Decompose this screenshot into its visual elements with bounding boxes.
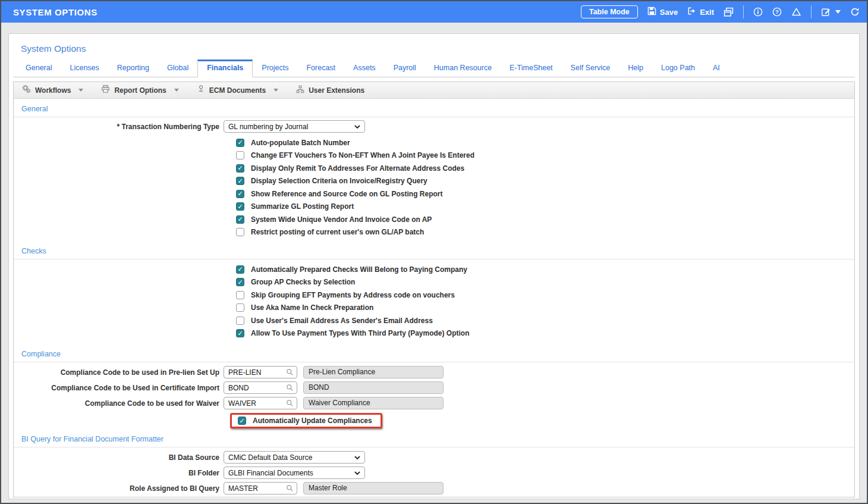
checkbox[interactable]: ✓ bbox=[236, 291, 244, 299]
checkbox[interactable]: ✓ bbox=[236, 215, 244, 224]
tab[interactable]: Human Resource bbox=[425, 60, 501, 77]
checkbox[interactable]: ✓ bbox=[236, 303, 244, 312]
checkbox-label: Restrict posting of current user's own G… bbox=[251, 228, 424, 236]
workflows-menu[interactable]: Workflows bbox=[22, 84, 83, 96]
checkbox[interactable]: ✓ bbox=[236, 329, 244, 337]
waiver-code-label: Compliance Code to be used for Waiver bbox=[14, 399, 224, 408]
chevron-down-icon[interactable] bbox=[835, 10, 841, 14]
transaction-numbering-select[interactable]: GL numbering by Journal bbox=[224, 120, 365, 133]
info-icon[interactable] bbox=[753, 7, 763, 17]
checkbox[interactable]: ✓ bbox=[236, 278, 244, 286]
auto-update-compliances-row: ✓ Automatically Update Compliances bbox=[230, 413, 854, 428]
checkbox-row: ✓ Skip Grouping EFT Payments by Address … bbox=[236, 289, 854, 302]
exit-button[interactable]: Exit bbox=[687, 7, 714, 17]
certificate-code-row: Compliance Code to be Used in Certificat… bbox=[14, 381, 854, 394]
tab[interactable]: Reporting bbox=[108, 60, 158, 77]
checkbox-row: ✓ Display Only Remit To Addresses For Al… bbox=[236, 162, 854, 175]
checkbox[interactable]: ✓ bbox=[236, 164, 244, 173]
certificate-code-description: BOND bbox=[303, 381, 444, 394]
chevron-down-icon bbox=[273, 89, 278, 92]
tab[interactable]: Payroll bbox=[385, 60, 425, 77]
checkbox-row: ✓ Change EFT Vouchers To Non-EFT When A … bbox=[236, 149, 854, 162]
tab[interactable]: Logo Path bbox=[652, 60, 704, 77]
checkbox-label: Summarize GL Posting Report bbox=[251, 202, 354, 211]
tab[interactable]: Assets bbox=[344, 60, 385, 77]
tab-label: Licenses bbox=[70, 64, 99, 72]
bi-folder-row: BI Folder GLBI Financial Documents bbox=[14, 467, 854, 479]
check-icon: ✓ bbox=[237, 266, 243, 273]
exit-icon bbox=[687, 7, 696, 17]
ecm-documents-label: ECM Documents bbox=[209, 86, 266, 95]
checkbox[interactable]: ✓ bbox=[236, 151, 244, 159]
tab[interactable]: Projects bbox=[253, 60, 297, 77]
checkbox[interactable]: ✓ bbox=[236, 228, 244, 236]
highlight-box: ✓ Automatically Update Compliances bbox=[230, 413, 382, 428]
waiver-code-input[interactable] bbox=[224, 397, 297, 409]
record-toolbar: Workflows Report Options ECM Documents bbox=[14, 82, 854, 99]
auto-update-compliances-checkbox[interactable]: ✓ bbox=[238, 417, 246, 425]
tab[interactable]: Global bbox=[158, 60, 197, 77]
checkbox[interactable]: ✓ bbox=[236, 317, 244, 325]
user-extensions-menu[interactable]: User Extensions bbox=[296, 85, 364, 96]
certificate-code-lookup bbox=[224, 381, 297, 394]
checkbox-label: Auto-populate Batch Number bbox=[251, 139, 350, 147]
bi-role-row: Role Assigned to BI Query Master Role bbox=[14, 482, 854, 494]
ecm-documents-menu[interactable]: ECM Documents bbox=[197, 84, 278, 96]
tab-bar: General Licenses Reporting Global Financ… bbox=[13, 61, 855, 77]
save-icon bbox=[647, 7, 656, 17]
edit-icon[interactable] bbox=[821, 7, 831, 17]
checkbox-row: ✓ Automatically Prepared Checks Will Bel… bbox=[236, 263, 854, 276]
tab[interactable]: Licenses bbox=[61, 60, 108, 77]
tab[interactable]: AI bbox=[704, 60, 729, 77]
tab[interactable]: Financials bbox=[197, 60, 253, 77]
section-checks: Checks ✓ Automatically Prepared Checks W… bbox=[14, 247, 854, 340]
tab[interactable]: Self Service bbox=[562, 60, 619, 77]
exit-label: Exit bbox=[700, 8, 714, 17]
checkbox-row: ✓ Restrict posting of current user's own… bbox=[236, 226, 854, 239]
certificate-code-input[interactable] bbox=[224, 381, 297, 394]
svg-text:?: ? bbox=[775, 8, 779, 15]
bi-folder-value: GLBI Financial Documents bbox=[228, 469, 313, 477]
bi-role-lookup bbox=[224, 482, 297, 494]
checkbox-label: Automatically Prepared Checks Will Belon… bbox=[251, 265, 467, 274]
ecm-pin-icon bbox=[197, 84, 205, 96]
user-extensions-label: User Extensions bbox=[309, 86, 364, 95]
titlebar-divider bbox=[743, 5, 744, 18]
bi-role-description: Master Role bbox=[303, 482, 444, 494]
page-title: System Options bbox=[21, 43, 855, 54]
general-checkbox-group: ✓ Auto-populate Batch Number ✓ Change EF… bbox=[14, 136, 854, 239]
table-mode-button[interactable]: Table Mode bbox=[581, 5, 638, 18]
help-icon[interactable]: ? bbox=[772, 7, 782, 17]
check-icon: ✓ bbox=[237, 139, 243, 146]
checkbox-label: Use User's Email Address As Sender's Ema… bbox=[251, 317, 433, 325]
title-bar: SYSTEM OPTIONS Table Mode Save Exit ? bbox=[1, 1, 867, 23]
window-title: SYSTEM OPTIONS bbox=[13, 7, 98, 17]
checkbox-row: ✓ Show Reference and Source Code on GL P… bbox=[236, 187, 854, 201]
refresh-icon[interactable] bbox=[850, 7, 860, 17]
checkbox[interactable]: ✓ bbox=[236, 139, 244, 147]
checkbox[interactable]: ✓ bbox=[236, 202, 244, 211]
section-bi-query: BI Query for Financial Document Formatte… bbox=[14, 435, 854, 494]
checkbox[interactable]: ✓ bbox=[236, 265, 244, 274]
checkbox-row: ✓ System Wide Unique Vendor And Invoice … bbox=[236, 213, 854, 226]
bi-folder-select[interactable]: GLBI Financial Documents bbox=[224, 467, 365, 479]
tab[interactable]: E-TimeSheet bbox=[501, 60, 561, 77]
waiver-code-lookup bbox=[224, 397, 297, 409]
bi-role-input[interactable] bbox=[224, 482, 297, 494]
report-options-menu[interactable]: Report Options bbox=[101, 84, 178, 96]
prelien-code-input[interactable] bbox=[224, 366, 297, 378]
checkbox[interactable]: ✓ bbox=[236, 177, 244, 185]
tab[interactable]: Forecast bbox=[297, 60, 344, 77]
bi-data-source-select[interactable]: CMiC Default Data Source bbox=[224, 451, 365, 464]
waiver-code-row: Compliance Code to be used for Waiver Wa… bbox=[14, 397, 854, 409]
certificate-code-label: Compliance Code to be Used in Certificat… bbox=[14, 384, 224, 392]
check-icon: ✓ bbox=[239, 418, 244, 424]
checkbox-label: Skip Grouping EFT Payments by Address co… bbox=[251, 291, 455, 299]
tab-label: Payroll bbox=[394, 64, 416, 72]
save-button[interactable]: Save bbox=[647, 7, 678, 17]
tab[interactable]: Help bbox=[619, 60, 652, 77]
checkbox[interactable]: ✓ bbox=[236, 190, 244, 198]
warning-icon[interactable] bbox=[791, 7, 801, 17]
windows-icon[interactable] bbox=[724, 7, 734, 17]
tab[interactable]: General bbox=[17, 60, 61, 77]
